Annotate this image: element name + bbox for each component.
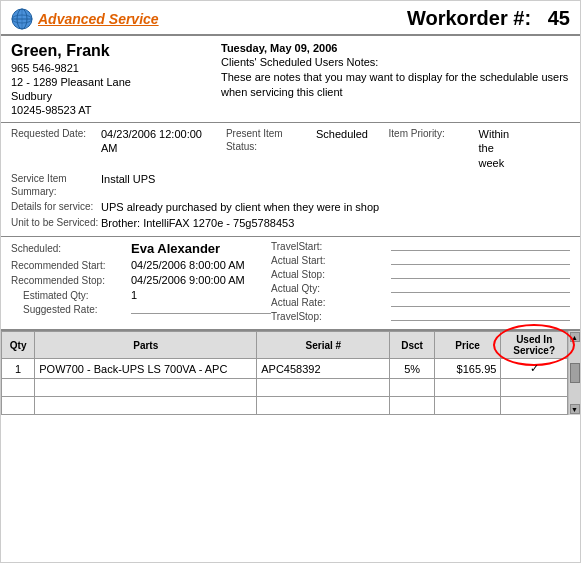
table-empty-row-1 <box>2 379 568 397</box>
actual-rate-label: Actual Rate: <box>271 297 391 308</box>
empty-price-2 <box>434 397 501 415</box>
scrollbar-down-button[interactable]: ▼ <box>570 404 580 414</box>
scheduled-row: Scheduled: Eva Alexander <box>11 241 271 256</box>
item-priority-label: Item Priority: <box>389 127 479 140</box>
brand: Advanced Service <box>11 8 159 30</box>
client-notes-label: Clients' Scheduled Users Notes: <box>221 56 570 68</box>
actual-qty-row: Actual Qty: <box>271 283 570 294</box>
empty-price-1 <box>434 379 501 397</box>
empty-dsct-1 <box>390 379 434 397</box>
suggested-rate-line <box>131 313 271 314</box>
actual-start-line <box>391 264 570 265</box>
workorder-page: Advanced Service Workorder #: 45 Green, … <box>0 0 581 563</box>
col-header-serial: Serial # <box>257 332 390 359</box>
used-in-service-label: Used In Service? <box>513 334 555 356</box>
table-empty-row-2 <box>2 397 568 415</box>
scrollbar-up-button[interactable]: ▲ <box>570 332 580 342</box>
empty-parts-1 <box>35 379 257 397</box>
empty-used-1 <box>501 379 568 397</box>
estimated-qty-row: Estimated Qty: 1 <box>11 289 271 301</box>
travel-start-line <box>391 250 570 251</box>
actual-stop-line <box>391 278 570 279</box>
empty-serial-1 <box>257 379 390 397</box>
client-info-left: Green, Frank 965 546-9821 12 - 1289 Plea… <box>11 42 211 116</box>
row-qty: 1 <box>2 359 35 379</box>
recommended-stop-value: 04/25/2006 9:00:00 AM <box>131 274 271 286</box>
estimated-qty-label: Estimated Qty: <box>11 290 131 301</box>
client-date: Tuesday, May 09, 2006 <box>221 42 570 54</box>
row-serial: APC458392 <box>257 359 390 379</box>
travel-start-label: TravelStart: <box>271 241 391 252</box>
parts-table: Qty Parts Serial # Dsct Price Used In Se… <box>1 331 568 415</box>
schedule-section: Scheduled: Eva Alexander Recommended Sta… <box>1 237 580 330</box>
actual-rate-row: Actual Rate: <box>271 297 570 308</box>
details-for-service-label: Details for service: <box>11 200 101 213</box>
recommended-start-row: Recommended Start: 04/25/2006 8:00:00 AM <box>11 259 271 271</box>
unit-to-be-serviced-value: Brother: IntelliFAX 1270e - 75g5788453 <box>101 216 570 230</box>
empty-used-2 <box>501 397 568 415</box>
scrollbar-thumb[interactable] <box>570 363 580 383</box>
table-header-row: Qty Parts Serial # Dsct Price Used In Se… <box>2 332 568 359</box>
suggested-rate-row: Suggested Rate: <box>11 304 271 315</box>
actual-qty-label: Actual Qty: <box>271 283 391 294</box>
col-header-dsct: Dsct <box>390 332 434 359</box>
row-dsct: 5% <box>390 359 434 379</box>
service-item-summary-value: Install UPS <box>101 172 570 186</box>
schedule-left: Scheduled: Eva Alexander Recommended Sta… <box>11 241 271 325</box>
actual-stop-label: Actual Stop: <box>271 269 391 280</box>
service-item-summary-label: Service Item Summary: <box>11 172 101 198</box>
empty-serial-2 <box>257 397 390 415</box>
details-for-service-value: UPS already purchased by client when the… <box>101 200 570 214</box>
client-section: Green, Frank 965 546-9821 12 - 1289 Plea… <box>1 36 580 123</box>
requested-date-group: Requested Date: 04/23/2006 12:00:00 AM <box>11 127 206 170</box>
requested-date-value: 04/23/2006 12:00:00 AM <box>101 127 206 156</box>
actual-qty-line <box>391 292 570 293</box>
header: Advanced Service Workorder #: 45 <box>1 1 580 36</box>
client-notes-text: These are notes that you may want to dis… <box>221 70 570 101</box>
estimated-qty-value: 1 <box>131 289 271 301</box>
empty-dsct-2 <box>390 397 434 415</box>
col-header-parts: Parts <box>35 332 257 359</box>
parts-table-wrapper: Qty Parts Serial # Dsct Price Used In Se… <box>1 330 580 415</box>
present-item-status-value: Scheduled <box>316 127 369 141</box>
client-address-line1: 12 - 1289 Pleasant Lane <box>11 76 211 88</box>
col-header-price: Price <box>434 332 501 359</box>
travel-stop-row: TravelStop: <box>271 311 570 322</box>
item-priority-value: Within the week <box>479 127 523 170</box>
recommended-stop-label: Recommended Stop: <box>11 275 131 286</box>
empty-qty-1 <box>2 379 35 397</box>
col-header-used-in-service: Used In Service? <box>501 332 568 359</box>
globe-icon <box>11 8 33 30</box>
workorder-info: Workorder #: 45 <box>407 7 570 30</box>
schedule-right: TravelStart: Actual Start: Actual Stop: … <box>271 241 570 325</box>
details-row-1: Requested Date: 04/23/2006 12:00:00 AM P… <box>11 127 570 170</box>
empty-qty-2 <box>2 397 35 415</box>
service-item-summary-row: Service Item Summary: Install UPS <box>11 172 570 198</box>
row-price: $165.95 <box>434 359 501 379</box>
client-postal: 10245-98523 AT <box>11 104 211 116</box>
scheduled-label: Scheduled: <box>11 243 131 254</box>
workorder-label: Workorder #: <box>407 7 531 29</box>
present-item-status-label: Present Item Status: <box>226 127 316 153</box>
scheduled-value: Eva Alexander <box>131 241 271 256</box>
row-used-checkbox[interactable]: ✓ <box>501 359 568 379</box>
recommended-stop-row: Recommended Stop: 04/25/2006 9:00:00 AM <box>11 274 271 286</box>
present-item-status-group: Present Item Status: Scheduled <box>226 127 369 170</box>
client-info-right: Tuesday, May 09, 2006 Clients' Scheduled… <box>221 42 570 116</box>
scrollbar-track: ▲ ▼ <box>568 331 580 415</box>
workorder-number: 45 <box>548 7 570 29</box>
travel-start-row: TravelStart: <box>271 241 570 252</box>
client-city: Sudbury <box>11 90 211 102</box>
details-for-service-row: Details for service: UPS already purchas… <box>11 200 570 214</box>
brand-name[interactable]: Advanced Service <box>38 11 159 27</box>
item-priority-group: Item Priority: Within the week <box>389 127 523 170</box>
client-phone: 965 546-9821 <box>11 62 211 74</box>
empty-parts-2 <box>35 397 257 415</box>
actual-start-row: Actual Start: <box>271 255 570 266</box>
row-parts: POW700 - Back-UPS LS 700VA - APC <box>35 359 257 379</box>
client-name: Green, Frank <box>11 42 211 60</box>
unit-to-be-serviced-label: Unit to be Serviced: <box>11 216 101 229</box>
actual-rate-line <box>391 306 570 307</box>
recommended-start-value: 04/25/2006 8:00:00 AM <box>131 259 271 271</box>
parts-table-inner: Qty Parts Serial # Dsct Price Used In Se… <box>1 331 568 415</box>
